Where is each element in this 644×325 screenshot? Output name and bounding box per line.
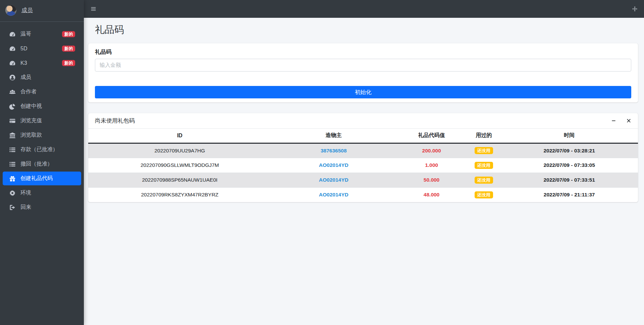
sidebar-item-label: 合作者 <box>20 88 37 95</box>
creator-link[interactable]: AO02014YD <box>319 177 348 183</box>
sidebar: 成员 温哥 新的 5D 新的 K3 新的 成员 合作者 创建中视 浏览充值 浏览… <box>0 0 84 325</box>
sidebar-item-8[interactable]: 浏览取款 <box>3 128 81 142</box>
sidebar-item-4[interactable]: 成员 <box>3 71 81 84</box>
new-badge: 新的 <box>62 31 75 37</box>
bank-icon <box>9 132 16 139</box>
user-name-link[interactable]: 成员 <box>21 6 33 14</box>
table-row: 20220709UU29A7HG 387636508 200.000 还没用 2… <box>88 143 638 158</box>
creator-link[interactable]: AO02014YD <box>319 192 348 197</box>
column-header: ID <box>88 129 271 143</box>
cell-time: 2022/07/09 - 07:33:05 <box>500 158 638 173</box>
fullscreen-icon[interactable] <box>632 6 638 12</box>
cell-used: 还没用 <box>467 143 500 158</box>
cell-used: 还没用 <box>467 187 500 202</box>
unused-codes-table: ID造物主礼品代码值用过的时间 20220709UU29A7HG 3876365… <box>88 129 638 202</box>
sidebar-item-label: 浏览充值 <box>20 117 42 124</box>
sidebar-item-label: 浏览取款 <box>20 132 42 139</box>
content: 礼品码 礼品码 初始化 尚未使用礼包码 ID造物主礼品代码值用过的时间 2022… <box>84 18 644 325</box>
unused-codes-card-header: 尚未使用礼包码 <box>88 113 638 129</box>
sidebar-item-5[interactable]: 合作者 <box>3 85 81 99</box>
creator-link[interactable]: AO02014YD <box>319 162 348 168</box>
sidebar-item-label: 成员 <box>20 74 31 81</box>
column-header: 时间 <box>500 129 638 143</box>
sidebar-item-12[interactable]: 环境 <box>3 186 81 200</box>
new-badge: 新的 <box>62 45 75 52</box>
sidebar-item-label: 创建礼品代码 <box>20 175 53 182</box>
sidebar-item-label: 撤回（批准） <box>20 160 53 168</box>
sidebar-item-label: 存款（已批准） <box>20 146 58 153</box>
sidebar-item-label: 温哥 <box>20 31 31 38</box>
cell-creator: AO02014YD <box>271 187 396 202</box>
sidebar-item-label: 创建中视 <box>20 103 42 110</box>
sidebar-item-label: 回来 <box>20 204 31 211</box>
app-root: 成员 温哥 新的 5D 新的 K3 新的 成员 合作者 创建中视 浏览充值 浏览… <box>0 0 644 325</box>
sidebar-item-label: K3 <box>20 60 27 66</box>
user-avatar <box>5 5 16 16</box>
unused-codes-card-title: 尚未使用礼包码 <box>95 117 601 125</box>
table-row: 2022070988SP65NAUW1UAE0I AO02014YD 50.00… <box>88 173 638 187</box>
sidebar-item-13[interactable]: 回来 <box>3 200 81 214</box>
speedometer-icon <box>9 31 16 38</box>
sign-out-icon <box>9 204 16 211</box>
cell-gift-code-value: 200.000 <box>396 143 467 158</box>
sidebar-item-label: 5D <box>20 46 27 52</box>
cell-gift-code-id: 20220709UU29A7HG <box>88 143 271 158</box>
pie-chart-icon <box>9 103 16 110</box>
unused-status-badge: 还没用 <box>475 162 493 169</box>
initialize-button[interactable]: 初始化 <box>95 86 631 98</box>
speedometer-icon <box>9 45 16 52</box>
sidebar-item-10[interactable]: 撤回（批准） <box>3 157 81 171</box>
column-header: 用过的 <box>467 129 500 143</box>
collapse-minus-icon[interactable] <box>611 118 616 123</box>
amount-input[interactable] <box>95 59 631 72</box>
gift-icon <box>9 175 16 182</box>
unused-status-badge: 还没用 <box>475 177 493 184</box>
table-body: 20220709UU29A7HG 387636508 200.000 还没用 2… <box>88 143 638 202</box>
main-column: 礼品码 礼品码 初始化 尚未使用礼包码 ID造物主礼品代码值用过的时间 2022… <box>84 0 644 325</box>
sidebar-item-11[interactable]: 创建礼品代码 <box>3 172 81 185</box>
cell-creator: AO02014YD <box>271 158 396 173</box>
hamburger-icon[interactable] <box>91 6 96 12</box>
user-panel: 成员 <box>0 0 84 22</box>
page-title: 礼品码 <box>95 23 638 37</box>
user-circle-icon <box>9 74 16 81</box>
cell-time: 2022/07/09 - 21:11:37 <box>500 187 638 202</box>
cell-gift-code-value: 50.000 <box>396 173 467 187</box>
table-row: 20220709RKS8ZYXM47R2BYRZ AO02014YD 48.00… <box>88 187 638 202</box>
cell-gift-code-id: 202207090GSLLWMLT9ODGJ7M <box>88 158 271 173</box>
topbar <box>84 0 644 18</box>
sidebar-item-6[interactable]: 创建中视 <box>3 99 81 113</box>
cell-time: 2022/07/09 - 07:33:51 <box>500 173 638 187</box>
speedometer-icon <box>9 60 16 66</box>
sidebar-nav: 温哥 新的 5D 新的 K3 新的 成员 合作者 创建中视 浏览充值 浏览取款 … <box>0 22 84 215</box>
cell-creator: 387636508 <box>271 143 396 158</box>
cell-gift-code-id: 2022070988SP65NAUW1UAE0I <box>88 173 271 187</box>
table-header-row: ID造物主礼品代码值用过的时间 <box>88 129 638 143</box>
cell-time: 2022/07/09 - 03:28:21 <box>500 143 638 158</box>
sidebar-item-9[interactable]: 存款（已批准） <box>3 143 81 156</box>
cell-creator: AO02014YD <box>271 173 396 187</box>
sidebar-item-7[interactable]: 浏览充值 <box>3 114 81 128</box>
cell-gift-code-value: 48.000 <box>396 187 467 202</box>
credit-card-icon <box>9 118 16 124</box>
close-icon[interactable] <box>626 118 631 123</box>
cell-used: 还没用 <box>467 158 500 173</box>
creator-link[interactable]: 387636508 <box>321 148 347 153</box>
sidebar-item-label: 环境 <box>20 189 31 196</box>
cell-used: 还没用 <box>467 173 500 187</box>
gift-code-form-card: 礼品码 初始化 <box>88 43 638 102</box>
table-row: 202207090GSLLWMLT9ODGJ7M AO02014YD 1.000… <box>88 158 638 173</box>
list-icon <box>9 161 16 168</box>
sidebar-item-2[interactable]: 5D 新的 <box>3 42 81 55</box>
unused-codes-card: 尚未使用礼包码 ID造物主礼品代码值用过的时间 20220709UU29A7HG… <box>88 113 638 202</box>
sidebar-item-3[interactable]: K3 新的 <box>3 56 81 70</box>
cell-gift-code-value: 1.000 <box>396 158 467 173</box>
new-badge: 新的 <box>62 60 75 66</box>
users-icon <box>9 89 16 95</box>
list-icon <box>9 146 16 153</box>
gift-code-form-label: 礼品码 <box>95 48 631 56</box>
gear-icon <box>9 190 16 196</box>
cell-gift-code-id: 20220709RKS8ZYXM47R2BYRZ <box>88 187 271 202</box>
sidebar-item-1[interactable]: 温哥 新的 <box>3 27 81 41</box>
unused-status-badge: 还没用 <box>475 191 493 198</box>
